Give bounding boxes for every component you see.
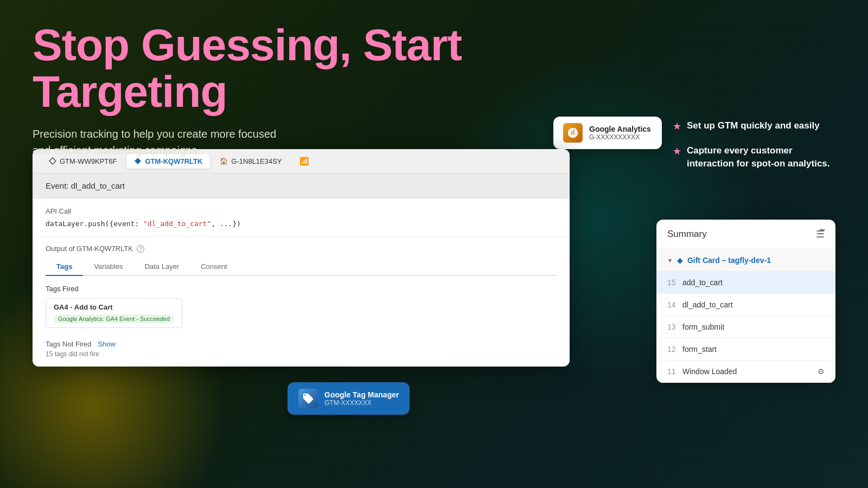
- inner-tab-datalayer[interactable]: Data Layer: [134, 258, 190, 276]
- summary-section-header[interactable]: ▼ ◆ Gift Card – tagfly-dev-1: [656, 249, 835, 272]
- summary-num-3: 12: [667, 345, 682, 354]
- summary-item-0[interactable]: 15 add_to_cart: [656, 272, 835, 294]
- panel-content: API Call dataLayer.push({event: "dl_add_…: [33, 198, 570, 367]
- api-call-label: API Call: [46, 207, 557, 215]
- output-section: Output of GTM-KQW7RLTK ? Tags Variables …: [33, 237, 570, 276]
- tag-card-title: GA4 - Add to Cart: [54, 303, 174, 311]
- gtm-title: Google Tag Manager: [324, 390, 399, 399]
- gear-icon: ⚙: [818, 367, 825, 376]
- summary-title: Summary: [667, 229, 707, 240]
- gtm-badge-text: Google Tag Manager GTM-XXXXXXX: [324, 390, 399, 407]
- summary-name-1: dl_add_to_cart: [682, 300, 825, 309]
- hero-title: Stop Guessing, Start Targeting: [33, 22, 521, 115]
- summary-num-4: 11: [667, 367, 682, 376]
- code-suffix: , ...}): [211, 220, 241, 228]
- tag-card-badge: Google Analytics: GA4 Event - Succeeded: [54, 314, 174, 323]
- inner-tabs: Tags Variables Data Layer Consent: [46, 258, 557, 276]
- summary-num-2: 13: [667, 323, 682, 331]
- info-icon: ?: [137, 245, 144, 253]
- hero-subtitle: Precision tracking to help you create mo…: [33, 126, 336, 158]
- api-call-section: API Call dataLayer.push({event: "dl_add_…: [33, 198, 570, 237]
- diamond-section-icon: ◆: [677, 256, 683, 265]
- output-label-text: Output of GTM-KQW7RLTK: [46, 245, 133, 253]
- tags-not-fired-row: Tags Not Fired Show: [46, 340, 557, 348]
- summary-item-1[interactable]: 14 dl_add_to_cart: [656, 294, 835, 316]
- gtm-badge-icon: [298, 389, 318, 408]
- summary-name-0: add_to_cart: [682, 278, 825, 287]
- tags-count-text: 15 tags did not fire: [46, 350, 557, 358]
- chevron-down-icon: ▼: [667, 258, 673, 264]
- tags-fired-label: Tags Fired: [46, 285, 557, 293]
- show-not-fired-link[interactable]: Show: [98, 340, 116, 348]
- tag-icon: [302, 393, 314, 404]
- code-string: "dl_add_to_cart": [143, 220, 211, 228]
- page-content: Stop Guessing, Start Targeting Precision…: [0, 0, 868, 196]
- summary-item-3[interactable]: 12 form_start: [656, 338, 835, 361]
- summary-name-2: form_submit: [682, 323, 825, 331]
- summary-header: Summary ☰̅: [656, 220, 835, 249]
- summary-num-1: 14: [667, 300, 682, 309]
- api-call-code: dataLayer.push({event: "dl_add_to_cart",…: [46, 220, 557, 228]
- section-name: Gift Card – tagfly-dev-1: [687, 256, 771, 265]
- output-label: Output of GTM-KQW7RLTK ?: [46, 245, 557, 253]
- inner-tab-tags[interactable]: Tags: [46, 258, 83, 276]
- gtm-id: GTM-XXXXXXX: [324, 399, 399, 407]
- code-prefix: dataLayer.push({event:: [46, 220, 143, 228]
- summary-name-4: Window Loaded: [682, 367, 815, 376]
- summary-panel: Summary ☰̅ ▼ ◆ Gift Card – tagfly-dev-1 …: [656, 220, 835, 383]
- summary-item-2[interactable]: 13 form_submit: [656, 316, 835, 338]
- tag-card-ga4[interactable]: GA4 - Add to Cart Google Analytics: GA4 …: [46, 298, 182, 328]
- summary-list-icon[interactable]: ☰̅: [816, 228, 825, 240]
- tags-section: Tags Fired GA4 - Add to Cart Google Anal…: [33, 276, 570, 367]
- inner-tab-variables[interactable]: Variables: [83, 258, 133, 276]
- tags-not-fired-label: Tags Not Fired: [46, 340, 92, 348]
- summary-num-0: 15: [667, 278, 682, 287]
- summary-name-3: form_start: [682, 345, 825, 354]
- inner-tab-consent[interactable]: Consent: [190, 258, 238, 276]
- gtm-badge[interactable]: Google Tag Manager GTM-XXXXXXX: [288, 382, 410, 415]
- summary-item-4[interactable]: 11 Window Loaded ⚙: [656, 361, 835, 383]
